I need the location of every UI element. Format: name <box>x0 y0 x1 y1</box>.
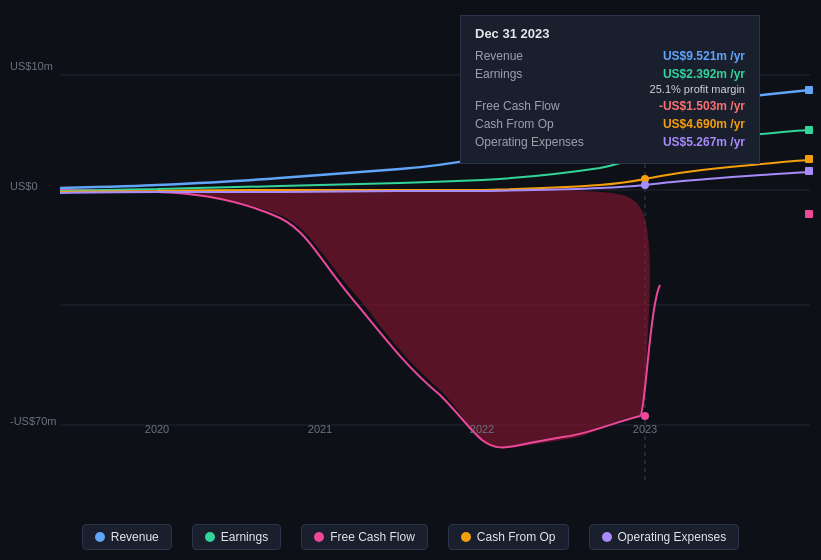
legend-item-cashfromop[interactable]: Cash From Op <box>448 524 569 550</box>
legend-item-revenue[interactable]: Revenue <box>82 524 172 550</box>
legend-dot-revenue <box>95 532 105 542</box>
y-label-neg70m: -US$70m <box>10 415 56 427</box>
tooltip-value-revenue: US$9.521m /yr <box>663 49 745 63</box>
x-label-2020: 2020 <box>145 423 169 435</box>
tooltip-label-fcf: Free Cash Flow <box>475 99 560 113</box>
tooltip-value-fcf: -US$1.503m /yr <box>659 99 745 113</box>
x-label-2023: 2023 <box>633 423 657 435</box>
tooltip-row-opex: Operating Expenses US$5.267m /yr <box>475 135 745 149</box>
legend-dot-opex <box>602 532 612 542</box>
legend-label-revenue: Revenue <box>111 530 159 544</box>
tooltip-label-cashfromop: Cash From Op <box>475 117 554 131</box>
tooltip-value-earnings: US$2.392m /yr <box>663 67 745 81</box>
tooltip-row-fcf: Free Cash Flow -US$1.503m /yr <box>475 99 745 113</box>
legend: Revenue Earnings Free Cash Flow Cash Fro… <box>0 524 821 550</box>
svg-rect-12 <box>805 126 813 134</box>
tooltip-row-earnings: Earnings US$2.392m /yr <box>475 67 745 81</box>
legend-label-fcf: Free Cash Flow <box>330 530 415 544</box>
legend-label-earnings: Earnings <box>221 530 268 544</box>
svg-rect-15 <box>805 210 813 218</box>
tooltip-value-cashfromop: US$4.690m /yr <box>663 117 745 131</box>
tooltip: Dec 31 2023 Revenue US$9.521m /yr Earnin… <box>460 15 760 164</box>
chart-area: US$10m US$0 -US$70m 2020 2021 2022 2023 … <box>0 0 821 500</box>
svg-rect-13 <box>805 155 813 163</box>
legend-label-opex: Operating Expenses <box>618 530 727 544</box>
svg-rect-14 <box>805 167 813 175</box>
legend-dot-earnings <box>205 532 215 542</box>
x-label-2022: 2022 <box>470 423 494 435</box>
svg-point-8 <box>641 412 649 420</box>
tooltip-row-cashfromop: Cash From Op US$4.690m /yr <box>475 117 745 131</box>
legend-item-opex[interactable]: Operating Expenses <box>589 524 740 550</box>
tooltip-row-revenue: Revenue US$9.521m /yr <box>475 49 745 63</box>
tooltip-label-opex: Operating Expenses <box>475 135 584 149</box>
tooltip-label-revenue: Revenue <box>475 49 523 63</box>
tooltip-margin: 25.1% profit margin <box>475 83 745 95</box>
legend-item-earnings[interactable]: Earnings <box>192 524 281 550</box>
legend-item-fcf[interactable]: Free Cash Flow <box>301 524 428 550</box>
legend-label-cashfromop: Cash From Op <box>477 530 556 544</box>
tooltip-label-earnings: Earnings <box>475 67 522 81</box>
tooltip-value-opex: US$5.267m /yr <box>663 135 745 149</box>
tooltip-date: Dec 31 2023 <box>475 26 745 41</box>
y-label-10m: US$10m <box>10 60 53 72</box>
legend-dot-fcf <box>314 532 324 542</box>
y-label-0: US$0 <box>10 180 38 192</box>
legend-dot-cashfromop <box>461 532 471 542</box>
x-label-2021: 2021 <box>308 423 332 435</box>
svg-point-10 <box>641 181 649 189</box>
svg-rect-11 <box>805 86 813 94</box>
